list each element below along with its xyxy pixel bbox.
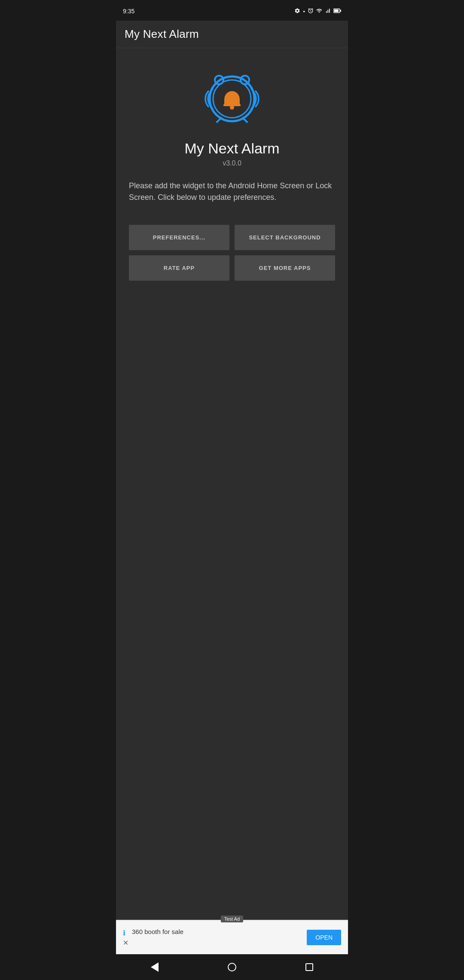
preferences-button[interactable]: PREFERENCES... — [129, 225, 229, 250]
recents-icon — [305, 963, 313, 971]
ad-info-icon: ℹ — [123, 929, 128, 937]
home-icon — [228, 963, 236, 971]
wifi-icon — [316, 8, 322, 15]
signal-icon — [325, 8, 331, 15]
alarm-clock-icon — [202, 65, 262, 126]
status-bar: 9:35 ● — [116, 0, 348, 21]
settings-icon — [294, 8, 300, 15]
ad-banner: Test Ad ℹ ✕ 360 booth for sale OPEN — [116, 920, 348, 954]
home-button[interactable] — [215, 959, 249, 975]
ad-close-icon[interactable]: ✕ — [123, 939, 128, 947]
app-icon-container — [202, 65, 262, 127]
get-more-apps-button[interactable]: GET MORE APPS — [235, 255, 335, 281]
ad-open-button[interactable]: OPEN — [307, 930, 341, 945]
app-description: Please add the widget to the Android Hom… — [129, 180, 335, 203]
back-icon — [151, 962, 159, 972]
status-time: 9:35 — [123, 8, 134, 15]
notification-dot: ● — [303, 9, 305, 13]
buttons-grid: PREFERENCES... SELECT BACKGROUND RATE AP… — [129, 225, 335, 281]
svg-rect-2 — [340, 9, 341, 12]
app-version: v3.0.0 — [223, 159, 241, 167]
rate-app-button[interactable]: RATE APP — [129, 255, 229, 281]
alarm-status-icon — [308, 8, 314, 15]
ad-test-label: Test Ad — [221, 916, 243, 922]
app-name: My Next Alarm — [184, 140, 279, 157]
battery-icon — [333, 8, 341, 15]
nav-bar — [116, 954, 348, 980]
app-bar-title: My Next Alarm — [125, 28, 339, 41]
main-content: My Next Alarm v3.0.0 Please add the widg… — [116, 48, 348, 920]
ad-title: 360 booth for sale — [132, 928, 183, 935]
ad-info: ℹ ✕ 360 booth for sale — [123, 928, 307, 947]
recents-button[interactable] — [293, 960, 326, 974]
svg-rect-1 — [334, 9, 339, 12]
status-icons: ● — [294, 8, 341, 15]
app-bar: My Next Alarm — [116, 21, 348, 48]
select-background-button[interactable]: SELECT BACKGROUND — [235, 225, 335, 250]
back-button[interactable] — [138, 959, 171, 975]
svg-point-6 — [230, 105, 234, 110]
